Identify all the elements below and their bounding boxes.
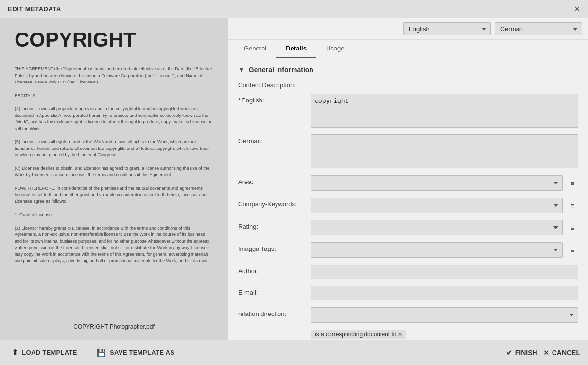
- doc-para-6: 1. Grant of License.: [15, 212, 213, 218]
- bottom-left-actions: ⬆ LOAD TEMPLATE 💾 SAVE TEMPLATE AS: [8, 346, 178, 359]
- german-label: German:: [238, 134, 311, 145]
- content-area: ▼ General Information Content Descriptio…: [228, 58, 588, 340]
- relation-control-wrap: [311, 307, 578, 323]
- language-select-left[interactable]: English German French Spanish: [403, 22, 491, 35]
- area-field-group: Area: ≡: [238, 175, 578, 191]
- area-list-icon[interactable]: ≡: [567, 177, 578, 189]
- rating-field-group: Rating: ≡: [238, 220, 578, 235]
- document-preview-panel: COPYRIGHT THIS AGREEMENT (the "Agreement…: [0, 18, 228, 340]
- imagga-tags-label: Imagga Tags:: [238, 242, 311, 252]
- load-template-button[interactable]: ⬆ LOAD TEMPLATE: [8, 346, 81, 359]
- relation-label: relation direction:: [238, 307, 311, 317]
- bottom-right-actions: ✔ FINISH ✕ CANCEL: [506, 349, 580, 357]
- load-template-icon: ⬆: [12, 348, 18, 357]
- collapse-icon[interactable]: ▼: [238, 66, 245, 74]
- close-icon[interactable]: ✕: [574, 4, 580, 14]
- imagga-tags-control-wrap: ≡: [311, 242, 578, 258]
- keywords-list-icon[interactable]: ≡: [567, 199, 578, 211]
- tab-details[interactable]: Details: [276, 40, 316, 58]
- english-label: *English:: [238, 94, 311, 104]
- cancel-x-icon: ✕: [543, 349, 549, 357]
- rating-list-icon[interactable]: ≡: [567, 222, 578, 233]
- window-title: EDIT METADATA: [8, 5, 61, 13]
- english-field-group: *English:: [238, 94, 578, 128]
- author-input[interactable]: [311, 265, 578, 279]
- save-template-icon: 💾: [97, 348, 106, 357]
- section-header: ▼ General Information: [238, 66, 578, 74]
- load-template-label: LOAD TEMPLATE: [22, 349, 77, 356]
- finish-button[interactable]: ✔ FINISH: [506, 349, 537, 357]
- tabs-row: General Details Usage: [228, 40, 588, 58]
- finish-checkmark-icon: ✔: [506, 349, 512, 357]
- keywords-select[interactable]: [311, 198, 563, 213]
- email-field-group: E-mail:: [238, 286, 578, 300]
- bottom-toolbar: ⬆ LOAD TEMPLATE 💾 SAVE TEMPLATE AS ✔ FIN…: [0, 340, 588, 365]
- relation-select[interactable]: [311, 307, 578, 323]
- doc-para-5: NOW, THEREFORE, in consideration of the …: [15, 185, 213, 205]
- email-control-wrap: [311, 286, 578, 300]
- area-control-wrap: ≡: [311, 175, 578, 191]
- right-panel: English German French Spanish German Eng…: [228, 18, 588, 340]
- doc-para-1: THIS AGREEMENT (the "Agreement") is made…: [15, 66, 213, 86]
- relation-tags-row: is a corresponding document to ✕: [311, 330, 578, 339]
- german-field-group: German:: [238, 134, 578, 168]
- language-selectors-row: English German French Spanish German Eng…: [228, 18, 588, 40]
- english-control-wrap: [311, 94, 578, 128]
- finish-label: FINISH: [515, 349, 537, 357]
- german-control-wrap: [311, 134, 578, 168]
- area-label: Area:: [238, 175, 311, 185]
- author-field-group: Author:: [238, 265, 578, 279]
- email-label: E-mail:: [238, 286, 311, 296]
- imagga-tags-list-icon[interactable]: ≡: [567, 244, 578, 256]
- required-marker: *: [238, 97, 241, 104]
- top-bar: EDIT METADATA ✕: [0, 0, 588, 18]
- content-description-label: Content Description:: [238, 82, 578, 89]
- rating-select[interactable]: [311, 220, 563, 235]
- language-select-right[interactable]: German English French Spanish: [495, 22, 582, 35]
- section-title: General Information: [249, 66, 313, 74]
- relation-tag-close-icon[interactable]: ✕: [398, 332, 402, 338]
- rating-control-wrap: ≡: [311, 220, 578, 235]
- relation-tag: is a corresponding document to ✕: [311, 330, 406, 339]
- doc-para-3: (B) Licensor owns all rights in and to t…: [15, 139, 213, 159]
- save-template-button[interactable]: 💾 SAVE TEMPLATE AS: [93, 346, 178, 359]
- german-textarea[interactable]: [311, 134, 578, 168]
- cancel-label: CANCEL: [552, 349, 580, 357]
- keywords-control-wrap: ≡: [311, 198, 578, 213]
- doc-para-2: (A) Licensor owns all proprietary rights…: [15, 106, 213, 132]
- email-input[interactable]: [311, 286, 578, 300]
- author-control-wrap: [311, 265, 578, 279]
- document-body: THIS AGREEMENT (the "Agreement") is made…: [10, 66, 218, 271]
- document-title: COPYRIGHT: [15, 28, 136, 51]
- tab-usage[interactable]: Usage: [316, 40, 354, 58]
- doc-para-4: (C) Licensee desires to obtain, and Lice…: [15, 166, 213, 179]
- author-label: Author:: [238, 265, 311, 275]
- cancel-button[interactable]: ✕ CANCEL: [543, 349, 580, 357]
- rating-label: Rating:: [238, 220, 311, 230]
- area-select[interactable]: [311, 175, 563, 191]
- imagga-tags-field-group: Imagga Tags: ≡: [238, 242, 578, 258]
- document-filename: COPYRIGHT Photographer.pdf: [73, 314, 155, 330]
- save-template-label: SAVE TEMPLATE AS: [110, 349, 174, 356]
- imagga-tags-select[interactable]: [311, 242, 563, 258]
- relation-field-group: relation direction:: [238, 307, 578, 323]
- tab-general[interactable]: General: [234, 40, 276, 58]
- keywords-field-group: Company-Keywords: ≡: [238, 198, 578, 213]
- english-textarea[interactable]: [311, 94, 578, 128]
- main-layout: COPYRIGHT THIS AGREEMENT (the "Agreement…: [0, 18, 588, 340]
- doc-para-7: (A) Licensor hereby grants to Licensee, …: [15, 225, 213, 265]
- keywords-label: Company-Keywords:: [238, 198, 311, 208]
- relation-tag-text: is a corresponding document to: [315, 331, 396, 338]
- doc-recitals: RECITALS:: [15, 93, 213, 100]
